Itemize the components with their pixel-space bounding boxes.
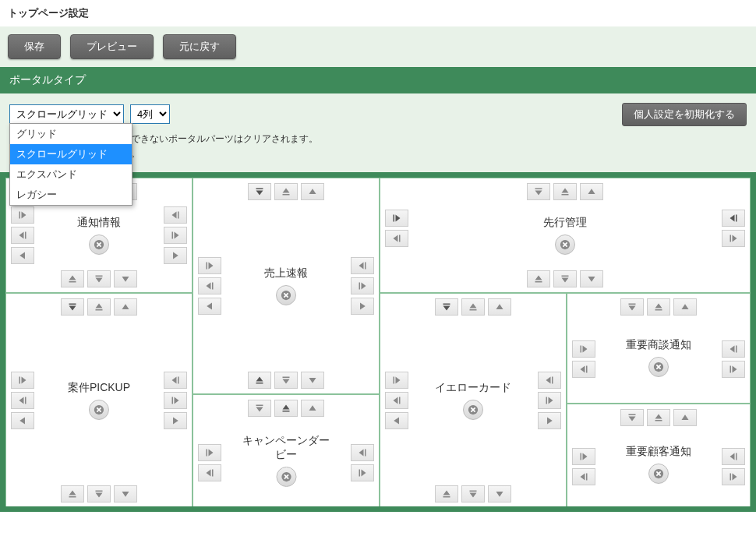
r2[interactable] [351,464,374,481]
remove-part-yellow[interactable] [463,400,483,420]
l1[interactable] [385,372,408,389]
mr1[interactable] [351,257,374,274]
r2[interactable] [722,468,745,485]
r2[interactable] [722,361,745,378]
move-right-bar-2[interactable] [722,230,745,247]
revert-button[interactable]: 元に戻す [163,34,236,59]
part-title: 重要顧客通知 [626,445,691,459]
r1[interactable] [538,372,561,389]
l3[interactable] [11,412,34,429]
move-up-bar[interactable] [553,183,577,200]
t1[interactable] [248,400,271,417]
portal-part-anken: 案件PICKUP [5,293,193,507]
reset-personal-settings-button[interactable]: 個人設定を初期化する [622,103,747,126]
portal-type-option-expand[interactable]: エクスパンド [10,164,132,185]
page-title: トップページ設定 [0,0,756,26]
ml3[interactable] [198,298,221,315]
l2[interactable] [11,227,34,244]
b1[interactable] [435,485,458,503]
move-left-bar-2[interactable] [385,230,408,247]
move-down-bar-b[interactable] [553,270,577,287]
remove-part-lead[interactable] [555,235,575,255]
r1[interactable] [164,206,187,224]
portal-type-select[interactable]: スクロールグリッド [9,104,124,124]
t2[interactable] [647,298,670,316]
remove-part-sales[interactable] [276,285,296,305]
b2[interactable] [461,485,485,503]
b1[interactable] [61,270,84,287]
portal-type-option-grid[interactable]: グリッド [10,124,132,144]
l2[interactable] [198,464,221,481]
t1[interactable] [61,298,84,316]
t3[interactable] [488,298,511,316]
l1[interactable] [11,372,34,389]
move-left-bar[interactable] [722,210,745,227]
b3[interactable] [488,485,511,503]
r2[interactable] [164,227,187,244]
move-right-bar[interactable] [385,210,408,227]
t3[interactable] [673,409,697,426]
move-up[interactable] [301,183,324,200]
remove-part-anken[interactable] [89,400,109,420]
remove-part-customer[interactable] [648,464,669,484]
r2[interactable] [538,392,561,409]
l3[interactable] [385,412,408,429]
b3[interactable] [114,270,137,287]
t1[interactable] [435,298,458,316]
t2[interactable] [461,298,485,316]
remove-part-campaign[interactable] [276,467,296,487]
l2[interactable] [572,468,595,485]
portal-type-option-legacy[interactable]: レガシー [10,185,132,205]
l1[interactable] [11,206,34,224]
r1[interactable] [722,340,745,358]
part-title: キャンペーンダービー [240,434,333,462]
ml2[interactable] [198,277,221,294]
preview-button[interactable]: プレビュー [70,34,154,59]
move-down[interactable] [580,270,603,287]
move-up-bar[interactable] [274,183,298,200]
b2[interactable] [87,485,111,503]
l1[interactable] [198,444,221,461]
move-down-bar[interactable] [248,183,271,200]
l3[interactable] [11,247,34,264]
t3[interactable] [114,298,137,316]
mb1[interactable] [248,372,271,389]
ml1[interactable] [198,257,221,274]
r1[interactable] [164,372,187,389]
r1[interactable] [722,448,745,465]
l1[interactable] [572,340,595,358]
move-down-bar[interactable] [527,183,550,200]
l2[interactable] [385,392,408,409]
l2[interactable] [572,361,595,378]
move-up[interactable] [580,183,603,200]
t2[interactable] [87,298,111,316]
t1[interactable] [620,298,644,316]
portal-part-lead: 先行管理 [380,178,751,293]
l1[interactable] [572,448,595,465]
t3[interactable] [301,400,324,417]
r3[interactable] [164,247,187,264]
remove-part-biztalk[interactable] [648,357,669,377]
r3[interactable] [164,412,187,429]
toolbar: 保存 プレビュー 元に戻す [0,26,756,67]
portal-type-option-scrollgrid[interactable]: スクロールグリッド [10,144,132,164]
column-count-select[interactable]: 4列 [130,104,170,124]
r3[interactable] [538,412,561,429]
r1[interactable] [351,444,374,461]
t1[interactable] [620,409,644,426]
move-up-bar-b[interactable] [527,270,550,287]
mr2[interactable] [351,277,374,294]
t2[interactable] [274,400,298,417]
mr3[interactable] [351,298,374,315]
b1[interactable] [61,485,84,503]
b3[interactable] [114,485,137,503]
t2[interactable] [647,409,670,426]
l2[interactable] [11,392,34,409]
save-button[interactable]: 保存 [8,34,61,59]
b2[interactable] [87,270,111,287]
r2[interactable] [164,392,187,409]
t3[interactable] [673,298,697,316]
mb3[interactable] [301,372,324,389]
remove-part-notice[interactable] [89,235,109,255]
mb2[interactable] [274,372,298,389]
